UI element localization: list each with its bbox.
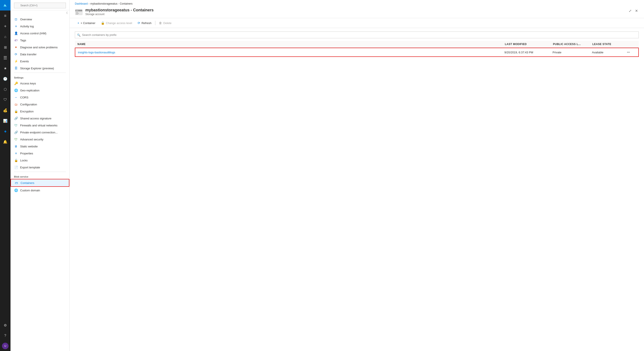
table-row: insights-logs-bastionauditlogs 9/20/2019… <box>75 48 639 57</box>
sidebar-item-activity-log[interactable]: ≡ Activity log <box>10 23 69 30</box>
title-text: mybastionstorageeatus - Containers Stora… <box>85 8 154 16</box>
sidebar-item-custom-domain[interactable]: 🌐 Custom domain <box>10 187 69 194</box>
more-actions-button[interactable]: ··· <box>627 50 630 54</box>
events-icon: ⚡ <box>14 59 18 63</box>
user-avatar[interactable]: U <box>2 343 8 349</box>
sidebar-item-configuration[interactable]: 🗂 Configuration <box>10 101 69 108</box>
title-bar-left: mybastionstorageeatus - Containers Stora… <box>75 8 154 16</box>
sidebar-item-geo-replication[interactable]: 🌐 Geo-replication <box>10 87 69 94</box>
sidebar-item-tags[interactable]: 🏷 Tags <box>10 37 69 44</box>
sidebar-item-private-endpoint[interactable]: 🔗 Private endpoint connection... <box>10 129 69 136</box>
blob-section-label: Blob service <box>10 173 69 179</box>
access-control-icon: 👤 <box>14 31 18 35</box>
breadcrumb-separator: › <box>88 2 90 5</box>
cell-public-access: Private <box>552 51 592 54</box>
container-search-input[interactable] <box>75 31 639 38</box>
close-button[interactable]: ✕ <box>634 8 639 14</box>
dashboard-icon[interactable]: ⊞ <box>0 42 10 52</box>
icon-bar: ≡ + ⌂ ⊞ ★ 🕐 ⬡ 🛡 💰 📊 ◆ 🔔 ⚙ ? U <box>0 0 10 351</box>
sidebar-item-data-transfer[interactable]: ⟳ Data transfer <box>10 51 69 58</box>
sidebar-item-label: Diagnose and solve problems <box>20 46 58 49</box>
sidebar-item-firewalls[interactable]: 🛡 Firewalls and virtual networks <box>10 122 69 129</box>
monitor-icon[interactable]: 📊 <box>0 115 10 126</box>
sidebar-item-static-website[interactable]: 🖥 Static website <box>10 143 69 150</box>
col-header-last-modified: LAST MODIFIED <box>505 43 553 46</box>
sidebar-item-label: Custom domain <box>20 189 40 192</box>
sidebar-item-label: Data transfer <box>20 53 36 56</box>
sidebar-item-diagnose[interactable]: ✦ Diagnose and solve problems <box>10 44 69 51</box>
export-template-icon: 📄 <box>14 165 18 169</box>
static-website-icon: 🖥 <box>14 144 18 148</box>
sidebar-item-access-keys[interactable]: 🔑 Access keys <box>10 80 69 87</box>
add-container-button[interactable]: + + Container <box>75 20 98 26</box>
svg-rect-3 <box>77 10 78 11</box>
sidebar-item-containers[interactable]: 🗃 Containers <box>10 179 69 187</box>
activity-log-icon: ≡ <box>14 24 18 28</box>
title-bar-right: ⤢ ✕ <box>628 8 639 14</box>
delete-icon: 🗑 <box>159 21 162 25</box>
favorites-icon[interactable]: ★ <box>0 63 10 73</box>
portal-menu-icon[interactable]: ≡ <box>0 10 10 21</box>
settings-divider <box>14 73 66 73</box>
sidebar-item-export-template[interactable]: 📄 Export template <box>10 164 69 171</box>
refresh-button[interactable]: ⟳ Refresh <box>135 20 154 26</box>
data-transfer-icon: ⟳ <box>14 52 18 56</box>
custom-domain-icon: 🌐 <box>14 188 18 192</box>
azure-logo[interactable] <box>0 0 10 10</box>
settings-section-label: Settings <box>10 74 69 80</box>
azure-ad-icon[interactable]: ◆ <box>0 126 10 136</box>
configuration-icon: 🗂 <box>14 102 18 106</box>
sidebar-item-advanced-security[interactable]: 🛡 Advanced security <box>10 136 69 143</box>
recent-icon[interactable]: 🕐 <box>0 73 10 84</box>
cost-management-icon[interactable]: 💰 <box>0 105 10 115</box>
sidebar-item-label: Activity log <box>20 25 34 28</box>
sidebar-item-label: Tags <box>20 39 26 42</box>
private-endpoint-icon: 🔗 <box>14 130 18 134</box>
sidebar-item-label: Locks <box>20 159 28 162</box>
notifications-icon[interactable]: 🔔 <box>0 136 10 147</box>
advanced-security-icon: 🛡 <box>14 137 18 141</box>
overview-icon: ⊡ <box>14 17 18 21</box>
sidebar-item-storage-explorer[interactable]: 🗄 Storage Explorer (preview) <box>10 65 69 72</box>
sidebar-item-cors[interactable]: ↔ CORS <box>10 94 69 101</box>
sidebar-item-locks[interactable]: 🔒 Locks <box>10 157 69 164</box>
sidebar-item-encryption[interactable]: 🔒 Encryption <box>10 108 69 115</box>
col-header-public-access: PUBLIC ACCESS L... <box>553 43 592 46</box>
delete-label: Delete <box>163 21 172 25</box>
change-access-button[interactable]: 🔒 Change access level <box>98 20 135 26</box>
security-center-icon[interactable]: 🛡 <box>0 94 10 105</box>
resource-groups-icon[interactable]: ⬡ <box>0 84 10 94</box>
breadcrumb-dashboard[interactable]: Dashboard <box>75 2 88 5</box>
settings-icon[interactable]: ⚙ <box>0 320 10 331</box>
maximize-button[interactable]: ⤢ <box>628 8 632 14</box>
breadcrumb: Dashboard › mybastionstorageeatus - Cont… <box>75 1 639 5</box>
encryption-icon: 🔒 <box>14 109 18 113</box>
page-subtitle: Storage account <box>85 13 154 16</box>
sidebar-item-overview[interactable]: ⊡ Overview <box>10 16 69 23</box>
content-area: 🔍 NAME LAST MODIFIED PUBLIC ACCESS L... … <box>70 28 644 351</box>
refresh-icon: ⟳ <box>138 21 140 25</box>
sidebar-header: 🔍 <box>10 0 69 10</box>
delete-button[interactable]: 🗑 Delete <box>156 20 174 26</box>
cell-container-name[interactable]: insights-logs-bastionauditlogs <box>78 51 504 54</box>
search-bar-wrap: 🔍 <box>75 31 639 38</box>
create-icon[interactable]: + <box>0 21 10 31</box>
sidebar-item-events[interactable]: ⚡ Events <box>10 58 69 65</box>
sidebar: 🔍 《 ⊡ Overview ≡ Activity log 👤 Access c… <box>10 0 70 351</box>
help-icon[interactable]: ? <box>0 331 10 341</box>
sidebar-item-label: Storage Explorer (preview) <box>20 67 54 70</box>
sidebar-item-label: Configuration <box>20 103 37 106</box>
home-icon[interactable]: ⌂ <box>0 31 10 42</box>
sidebar-item-properties[interactable]: ≡ Properties <box>10 150 69 157</box>
search-bar-icon: 🔍 <box>77 33 80 36</box>
cell-last-modified: 9/20/2019, 6:37:43 PM <box>504 51 552 54</box>
blob-divider <box>14 172 66 172</box>
all-services-icon[interactable] <box>0 52 10 63</box>
sidebar-item-access-control[interactable]: 👤 Access control (IAM) <box>10 30 69 37</box>
toolbar: + + Container 🔒 Change access level ⟳ Re… <box>70 18 644 28</box>
geo-replication-icon: 🌐 <box>14 88 18 92</box>
sidebar-item-shared-access[interactable]: 🔗 Shared access signature <box>10 115 69 122</box>
collapse-sidebar-btn[interactable]: 《 <box>10 10 69 16</box>
add-container-label: + Container <box>80 21 96 25</box>
sidebar-search-input[interactable] <box>14 3 66 8</box>
